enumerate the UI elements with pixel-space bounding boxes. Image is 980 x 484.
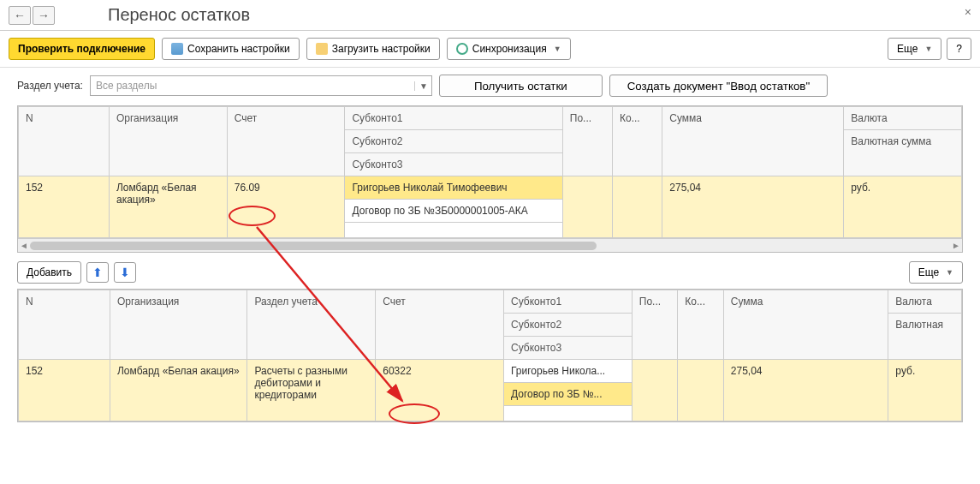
col-sum: Сумма [723,290,888,360]
more-button-top[interactable]: Еще ▼ [888,38,941,60]
move-up-button[interactable]: ⬆ [86,262,109,283]
load-settings-label: Загрузить настройки [332,43,431,55]
table-header-row: N Организация Счет Субконто1 По... Ко...… [19,107,962,130]
top-nav-bar: ← → Перенос остатков × [0,0,980,31]
section-filter-select[interactable]: Все разделы ▼ [90,75,432,96]
table-header-row: N Организация Раздел учета Счет Субконто… [19,290,962,314]
col-sum: Сумма [662,107,844,176]
save-settings-button[interactable]: Сохранить настройки [162,38,300,60]
cell-sum: 275,04 [662,176,844,238]
cell-section: Расчеты с разными дебиторами и кредитора… [247,360,376,421]
sync-button[interactable]: Синхронизация ▼ [447,38,571,60]
save-settings-label: Сохранить настройки [187,43,290,55]
sync-icon [456,43,468,55]
cell-account: 76.09 [227,176,345,238]
chevron-down-icon: ▼ [554,45,561,53]
load-settings-button[interactable]: Загрузить настройки [306,38,440,60]
page-title: Перенос остатков [108,5,250,25]
col-sub2: Субконто2 [345,130,562,153]
col-ko: Ко... [678,290,723,360]
col-currency: Валюта [844,107,962,130]
cell-account: 60322 [376,360,504,421]
move-down-button[interactable]: ⬇ [114,262,136,283]
col-po: По... [562,107,612,176]
check-connection-button[interactable]: Проверить подключение [9,38,155,60]
col-sub1: Субконто1 [504,290,633,314]
chevron-down-icon: ▼ [946,268,953,277]
cell-sub3 [345,223,562,238]
section-filter-placeholder: Все разделы [96,80,157,92]
scroll-thumb[interactable] [30,242,597,250]
cell-sub1: Григорьев Николай Тимофеевич [345,176,562,200]
cell-ko [678,360,723,421]
col-sub3: Субконто3 [345,153,562,176]
filter-bar: Раздел учета: Все разделы ▼ Получить ост… [0,68,980,105]
cell-po [562,176,612,238]
col-account: Счет [227,107,345,176]
cell-sub2: Договор по ЗБ №... [504,383,633,406]
cell-sub1: Григорьев Никола... [504,360,633,383]
cell-sum: 275,04 [723,360,888,421]
folder-icon [316,43,328,55]
cell-org: Ломбард «Белая акация» [109,176,227,238]
col-currency-sum: Валютная [888,314,962,360]
col-org: Организация [109,107,227,176]
more-label: Еще [918,266,939,278]
cell-sub2: Договор по ЗБ №ЗБ0000001005-АКА [345,200,562,223]
chevron-down-icon: ▼ [414,81,428,91]
create-document-button[interactable]: Создать документ "Ввод остатков" [609,75,828,97]
main-toolbar: Проверить подключение Сохранить настройк… [0,31,980,68]
scroll-right-icon[interactable]: ► [950,241,962,250]
sync-label: Синхронизация [472,43,547,55]
col-sub1: Субконто1 [345,107,562,130]
col-ko: Ко... [613,107,662,176]
col-n: N [19,290,110,360]
cell-n: 152 [19,360,110,421]
cell-currency: руб. [844,176,962,238]
horizontal-scrollbar[interactable]: ◄ ► [18,238,962,252]
close-button[interactable]: × [965,5,971,19]
col-sub3: Субконто3 [504,337,633,360]
cell-po [632,360,677,421]
col-currency-sum: Валютная сумма [844,130,962,176]
col-po: По... [632,290,677,360]
mapping-table-wrap: N Организация Раздел учета Счет Субконто… [17,289,963,422]
col-section: Раздел учета [247,290,376,360]
col-n: N [19,107,110,176]
balances-table-wrap: N Организация Счет Субконто1 По... Ко...… [17,105,963,253]
help-button[interactable]: ? [947,38,971,60]
mid-toolbar: Добавить ⬆ ⬇ Еще ▼ [0,256,980,289]
col-account: Счет [376,290,504,360]
cell-currency: руб. [888,360,962,421]
section-filter-label: Раздел учета: [17,80,83,92]
arrow-down-icon: ⬇ [120,266,130,279]
mapping-table[interactable]: N Организация Раздел учета Счет Субконто… [18,290,962,421]
cell-org: Ломбард «Белая акация» [110,360,246,421]
nav-back-button[interactable]: ← [9,6,31,25]
save-icon [171,43,183,55]
cell-ko [613,176,662,238]
cell-sub3 [504,406,633,421]
arrow-up-icon: ⬆ [92,266,103,279]
nav-forward-button[interactable]: → [33,6,55,25]
more-label: Еще [897,43,918,55]
more-button-mid[interactable]: Еще ▼ [909,261,963,284]
balances-table[interactable]: N Организация Счет Субконто1 По... Ко...… [18,106,962,238]
chevron-down-icon: ▼ [924,45,932,53]
get-balances-button[interactable]: Получить остатки [439,75,603,97]
col-sub2: Субконто2 [504,314,633,337]
cell-n: 152 [19,176,110,238]
table-row[interactable]: 152 Ломбард «Белая акация» Расчеты с раз… [19,360,962,383]
col-org: Организация [110,290,246,360]
table-row[interactable]: 152 Ломбард «Белая акация» 76.09 Григорь… [19,176,962,200]
scroll-left-icon[interactable]: ◄ [18,241,30,250]
col-currency: Валюта [888,290,962,314]
add-button[interactable]: Добавить [17,261,81,284]
